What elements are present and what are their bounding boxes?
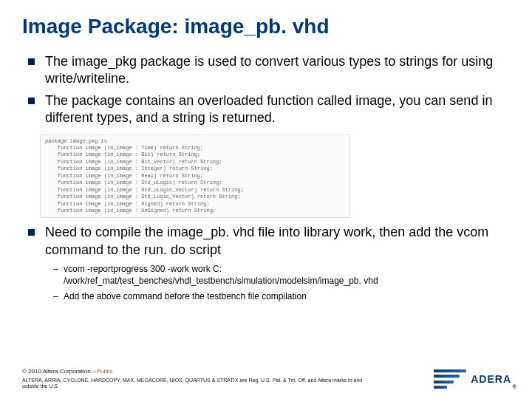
- legal-text: ALTERA, ARRIA, CYCLONE, HARDCOPY, MAX, M…: [22, 378, 377, 391]
- square-bullet-icon: [28, 229, 35, 236]
- bullet-text: Need to compile the image_pb. vhd file i…: [45, 224, 510, 259]
- dash-bullet-icon: –: [53, 290, 64, 303]
- sub-bullet-item: – Add the above command before the testb…: [53, 290, 510, 303]
- copyright-public: Public: [97, 368, 113, 375]
- bullet-item: Need to compile the image_pb. vhd file i…: [28, 224, 510, 259]
- altera-logo: ADERA ®: [434, 369, 511, 389]
- sub-bullet-text: Add the above command before the testben…: [64, 290, 307, 302]
- slide-title: Image Package: image_pb. vhd: [22, 15, 510, 38]
- logo-word: ADERA: [471, 373, 511, 385]
- sub-bullet-item: – vcom -reportprogress 300 -work work C:…: [53, 263, 510, 287]
- square-bullet-icon: [28, 58, 35, 65]
- altera-logo-mark-icon: [434, 369, 466, 389]
- code-screenshot: package image_pkg is function image (in_…: [40, 134, 350, 219]
- slide: Image Package: image_pb. vhd The image_p…: [0, 0, 532, 399]
- bullet-item: The image_pkg package is used to convert…: [28, 53, 510, 88]
- bullet-list-top: The image_pkg package is used to convert…: [28, 53, 510, 127]
- bullet-list-bottom: Need to compile the image_pb. vhd file i…: [28, 224, 510, 302]
- bullet-text: The package contains an overloaded funct…: [45, 92, 510, 127]
- sub-bullet-text: vcom -reportprogress 300 -work work C: /…: [64, 263, 510, 287]
- altera-logo-text: ADERA ®: [471, 373, 511, 385]
- bullet-item: The package contains an overloaded funct…: [28, 92, 510, 127]
- registered-icon: ®: [513, 384, 517, 389]
- bullet-text: The image_pkg package is used to convert…: [45, 53, 510, 88]
- dash-bullet-icon: –: [53, 263, 64, 276]
- sub-bullet-list: – vcom -reportprogress 300 -work work C:…: [53, 263, 510, 302]
- copyright-prefix: © 2010 Altera Corporation—: [22, 368, 97, 375]
- square-bullet-icon: [28, 98, 35, 104]
